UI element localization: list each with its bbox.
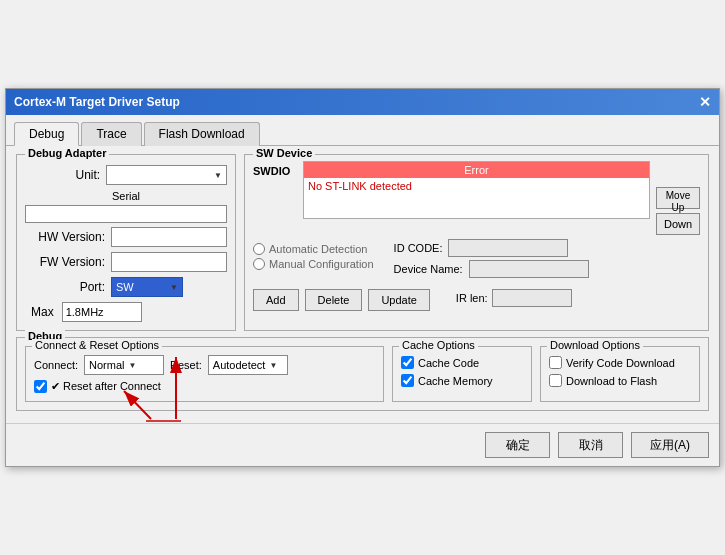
- verify-code-download-item: Verify Code Download: [549, 356, 691, 369]
- delete-button[interactable]: Delete: [305, 289, 363, 311]
- unit-label: Unit:: [25, 168, 100, 182]
- device-name-label: Device Name:: [394, 263, 463, 275]
- automatic-detection-radio[interactable]: Automatic Detection: [253, 243, 374, 255]
- reset-label: Reset:: [170, 359, 202, 371]
- ir-len-label: IR len:: [456, 292, 488, 304]
- max-row: Max: [25, 302, 227, 322]
- fw-version-row: FW Version:: [25, 252, 227, 272]
- update-button[interactable]: Update: [368, 289, 429, 311]
- port-select[interactable]: SW ▼: [111, 277, 183, 297]
- cache-memory-checkbox[interactable]: [401, 374, 414, 387]
- cache-options-title: Cache Options: [399, 339, 478, 351]
- detection-radio-group: Automatic Detection Manual Configuration: [253, 243, 374, 270]
- move-down-button[interactable]: Down: [656, 213, 700, 235]
- debug-adapter-title: Debug Adapter: [25, 147, 109, 159]
- ir-len-input[interactable]: [492, 289, 572, 307]
- id-code-row: ID CODE:: [394, 239, 589, 257]
- reset-after-connect-row: ✔ Reset after Connect: [34, 380, 375, 393]
- fw-version-label: FW Version:: [25, 255, 105, 269]
- cache-code-label: Cache Code: [418, 357, 479, 369]
- cancel-button[interactable]: 取消: [558, 432, 623, 458]
- sw-action-buttons: Add Delete Update: [253, 289, 430, 311]
- connect-reset-panel: Connect & Reset Options Connect: Normal …: [25, 346, 384, 402]
- tab-debug[interactable]: Debug: [14, 122, 79, 146]
- debug-inner: Connect & Reset Options Connect: Normal …: [25, 346, 700, 402]
- hw-version-row: HW Version:: [25, 227, 227, 247]
- tab-bar: Debug Trace Flash Download: [6, 115, 719, 146]
- connect-reset-title: Connect & Reset Options: [32, 339, 162, 351]
- sw-device-title: SW Device: [253, 147, 315, 159]
- cache-options-panel: Cache Options Cache Code Cache Memory: [392, 346, 532, 402]
- hw-version-label: HW Version:: [25, 230, 105, 244]
- tab-flash-download[interactable]: Flash Download: [144, 122, 260, 146]
- unit-select-arrow: ▼: [214, 171, 222, 180]
- connect-select-arrow: ▼: [128, 361, 136, 370]
- cache-memory-item: Cache Memory: [401, 374, 523, 387]
- port-row: Port: SW ▼: [25, 277, 227, 297]
- sw-table: Error No ST-LINK detected: [303, 161, 650, 219]
- close-button[interactable]: ✕: [699, 95, 711, 109]
- serial-label: Serial: [25, 190, 227, 202]
- port-value: SW: [116, 281, 134, 293]
- apply-button[interactable]: 应用(A): [631, 432, 709, 458]
- move-up-button[interactable]: Move Up: [656, 187, 700, 209]
- reset-after-connect-label: ✔ Reset after Connect: [51, 380, 161, 393]
- serial-box: [25, 205, 227, 223]
- port-select-arrow: ▼: [170, 283, 178, 292]
- device-name-input[interactable]: [469, 260, 589, 278]
- download-options-panel: Download Options Verify Code Download Do…: [540, 346, 700, 402]
- id-code-input[interactable]: [448, 239, 568, 257]
- port-label: Port:: [25, 280, 105, 294]
- download-to-flash-checkbox[interactable]: [549, 374, 562, 387]
- connect-value: Normal: [89, 359, 124, 371]
- add-button[interactable]: Add: [253, 289, 299, 311]
- swdio-label: SWDIO: [253, 161, 303, 177]
- ok-button[interactable]: 确定: [485, 432, 550, 458]
- connect-label: Connect:: [34, 359, 78, 371]
- manual-configuration-radio[interactable]: Manual Configuration: [253, 258, 374, 270]
- max-input[interactable]: [62, 302, 142, 322]
- sw-device-table-area: SWDIO Error No ST-LINK detected: [253, 161, 700, 235]
- verify-code-download-label: Verify Code Download: [566, 357, 675, 369]
- sw-side-buttons: Move Up Down: [656, 161, 700, 235]
- ir-len-row: IR len:: [456, 289, 572, 307]
- window-title: Cortex-M Target Driver Setup: [14, 95, 180, 109]
- reset-value: Autodetect: [213, 359, 266, 371]
- title-bar: Cortex-M Target Driver Setup ✕: [6, 89, 719, 115]
- cache-memory-label: Cache Memory: [418, 375, 493, 387]
- download-to-flash-item: Download to Flash: [549, 374, 691, 387]
- download-options-title: Download Options: [547, 339, 643, 351]
- device-name-row: Device Name:: [394, 260, 589, 278]
- reset-select[interactable]: Autodetect ▼: [208, 355, 288, 375]
- connect-select[interactable]: Normal ▼: [84, 355, 164, 375]
- connect-row: Connect: Normal ▼ Reset: Autodetect ▼: [34, 355, 375, 375]
- reset-after-connect-checkbox[interactable]: [34, 380, 47, 393]
- bottom-bar: 确定 取消 应用(A): [6, 423, 719, 466]
- sw-table-row: No ST-LINK detected: [304, 178, 649, 198]
- cache-code-item: Cache Code: [401, 356, 523, 369]
- fw-version-input[interactable]: [111, 252, 227, 272]
- sw-device-main: SWDIO Error No ST-LINK detected: [253, 161, 650, 235]
- top-section: Debug Adapter Unit: ▼ Serial HW Version:: [16, 154, 709, 331]
- unit-row: Unit: ▼: [25, 165, 227, 185]
- sw-table-header: Error: [304, 162, 649, 178]
- debug-section: Debug Connect & Reset Options Connect: N…: [16, 337, 709, 411]
- reset-select-arrow: ▼: [269, 361, 277, 370]
- debug-adapter-panel: Debug Adapter Unit: ▼ Serial HW Version:: [16, 154, 236, 331]
- main-content: Debug Adapter Unit: ▼ Serial HW Version:: [6, 146, 719, 419]
- verify-code-download-checkbox[interactable]: [549, 356, 562, 369]
- unit-select[interactable]: ▼: [106, 165, 227, 185]
- download-to-flash-label: Download to Flash: [566, 375, 657, 387]
- max-label: Max: [31, 305, 54, 319]
- main-window: Cortex-M Target Driver Setup ✕ Debug Tra…: [5, 88, 720, 467]
- hw-version-input[interactable]: [111, 227, 227, 247]
- tab-trace[interactable]: Trace: [81, 122, 141, 146]
- cache-code-checkbox[interactable]: [401, 356, 414, 369]
- id-code-label: ID CODE:: [394, 242, 443, 254]
- sw-device-panel: SW Device SWDIO Error No ST-LINK detecte…: [244, 154, 709, 331]
